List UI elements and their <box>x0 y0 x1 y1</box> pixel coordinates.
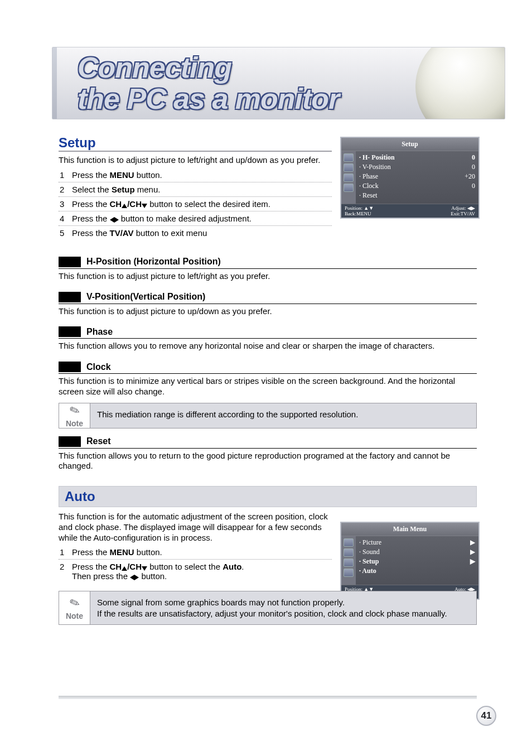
step-item: 2Press the CH/CH button to select the Au… <box>59 560 332 583</box>
subsection-body: This function is to adjust picture to le… <box>59 271 477 282</box>
triangle-up-icon <box>122 566 127 571</box>
subsection-body: This function is to adjust picture to up… <box>59 306 477 317</box>
auto-steps: 1Press the MENU button. 2Press the CH/CH… <box>59 545 332 583</box>
subsection-title: V-Position(Vertical Position) <box>86 292 205 302</box>
triangle-right-icon <box>134 575 139 580</box>
triangle-left-icon <box>130 575 134 580</box>
hero-edge <box>52 47 57 119</box>
step-text-pre: Press the <box>72 170 110 180</box>
step-item: 1Press the MENU button. <box>59 168 332 182</box>
step-text-bold: MENU <box>110 547 134 557</box>
subsection-head: V-Position(Vertical Position) <box>59 292 477 304</box>
triangle-left-icon <box>110 217 114 223</box>
note-side: ✎ Note <box>59 403 90 428</box>
subsection-head: Reset <box>59 436 477 449</box>
note-label: Note <box>66 419 83 428</box>
note-label: Note <box>66 611 83 620</box>
step-text-post: button to exit menu <box>134 228 207 238</box>
step-text-bold: Setup <box>112 185 135 194</box>
step-text-post: menu. <box>135 185 161 194</box>
subsection-title: Clock <box>86 362 111 372</box>
hero-decorative-image <box>415 47 505 119</box>
setup-steps: 1Press the MENU button. 2Select the Setu… <box>59 168 332 240</box>
subsection-head: Phase <box>59 326 477 339</box>
subsection-head: Clock <box>59 362 477 374</box>
note-body: Some signal from some graphics boards ma… <box>90 591 476 624</box>
step-text-bold <box>110 214 119 223</box>
square-bullet-icon <box>59 436 81 447</box>
subsection-title: Phase <box>86 327 113 337</box>
page: Connecting the PC as a monitor Setup H- … <box>0 0 532 756</box>
step-item: 2Select the Setup menu. <box>59 182 332 197</box>
subsection-title: Reset <box>86 436 111 446</box>
subsection-body: This function allows you to return to th… <box>59 451 477 472</box>
pencil-icon: ✎ <box>67 402 82 419</box>
auto-heading-bar: Auto <box>59 486 477 507</box>
hero-title-line1: Connecting <box>78 51 231 84</box>
setup-heading: Setup <box>59 135 332 152</box>
step-text-bold: CH/CH <box>110 562 148 571</box>
subsection-title: H-Position (Horizontal Position) <box>86 257 221 267</box>
subsection-body: This function is to minimize any vertica… <box>59 376 477 397</box>
step-text-pre: Press the <box>72 228 110 238</box>
step-text-line2: Then press the button. <box>72 571 167 581</box>
triangle-down-icon <box>142 204 147 208</box>
step-item: 5Press the TV/AV button to exit menu <box>59 226 332 240</box>
step-text-post: button to select the desired item. <box>147 199 270 209</box>
triangle-down-icon <box>142 566 147 571</box>
bottom-rule <box>59 696 477 699</box>
step-number: 5 <box>60 228 64 238</box>
triangle-up-icon <box>122 204 127 208</box>
step-item: 3Press the CH/CH button to select the de… <box>59 197 332 211</box>
note-box: ✎ Note This mediation range is different… <box>59 403 477 428</box>
subsection-head: H-Position (Horizontal Position) <box>59 257 477 269</box>
content-column: Setup This function is to adjust picture… <box>59 135 477 625</box>
square-bullet-icon <box>59 326 81 337</box>
step-number: 1 <box>60 547 64 557</box>
step-number: 2 <box>60 185 64 194</box>
hero-title-line2: the PC as a monitor <box>78 82 339 115</box>
step-number: 3 <box>60 199 64 209</box>
step-text-post: . <box>241 562 244 571</box>
note-body: This mediation range is different accord… <box>90 403 476 428</box>
step-item: 4Press the button to make desired adjust… <box>59 211 332 226</box>
subsection-body: This function allows you to remove any h… <box>59 341 477 351</box>
step-number: 2 <box>60 562 64 571</box>
setup-intro: This function is to adjust picture to le… <box>59 155 332 166</box>
note-box: ✎ Note Some signal from some graphics bo… <box>59 591 477 625</box>
square-bullet-icon <box>59 362 81 372</box>
square-bullet-icon <box>59 292 81 302</box>
step-text-pre: Press the <box>72 562 110 571</box>
square-bullet-icon <box>59 257 81 267</box>
step-number: 4 <box>60 214 64 223</box>
step-text-pre: Press the <box>72 199 110 209</box>
step-text-post: button to make desired adjustment. <box>119 214 252 223</box>
step-text-bold: TV/AV <box>110 228 134 238</box>
step-text-pre: Select the <box>72 185 112 194</box>
note-side: ✎ Note <box>59 591 90 624</box>
auto-heading: Auto <box>65 489 472 504</box>
hero-bar: Connecting the PC as a monitor <box>52 47 505 119</box>
step-text-bold: CH/CH <box>110 199 148 209</box>
step-text-pre: Press the <box>72 547 110 557</box>
auto-intro: This function is for the automatic adjus… <box>59 512 332 543</box>
step-number: 1 <box>60 170 64 180</box>
step-text-post: button. <box>134 547 162 557</box>
step-text-bold: MENU <box>110 170 134 180</box>
step-text-post: button. <box>134 170 162 180</box>
step-text-pre: Press the <box>72 214 110 223</box>
triangle-right-icon <box>114 217 119 223</box>
page-number: 41 <box>476 706 496 726</box>
step-text-mid: button to select the <box>147 562 223 571</box>
step-text-bold2: Auto <box>223 562 241 571</box>
step-item: 1Press the MENU button. <box>59 545 332 560</box>
pencil-icon: ✎ <box>67 594 82 611</box>
